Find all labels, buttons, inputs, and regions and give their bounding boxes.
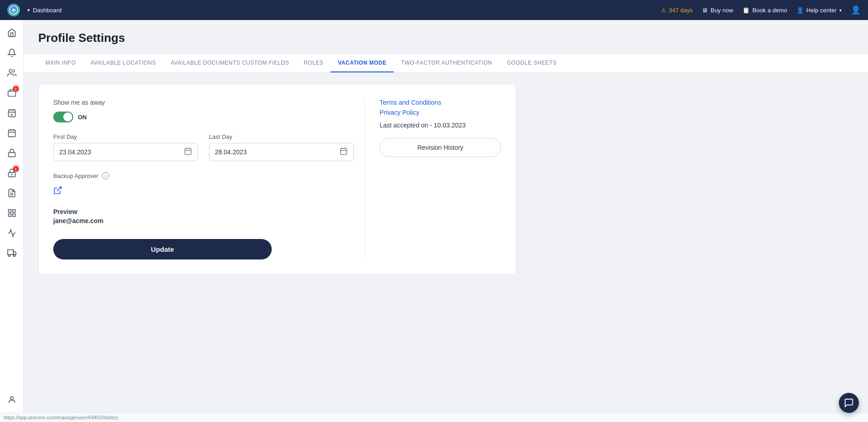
backup-approver-edit-icon[interactable] — [53, 186, 62, 197]
svg-rect-7 — [8, 130, 15, 137]
chat-bubble-button[interactable] — [839, 393, 859, 413]
buy-now-button[interactable]: 🖥 Buy now — [702, 7, 733, 14]
revision-history-button[interactable]: Revision History — [380, 138, 501, 157]
svg-point-13 — [11, 174, 12, 175]
tabs-bar: MAIN INFO AVAILABLE LOCATIONS AVAILABLE … — [24, 54, 868, 73]
sidebar-item-lock[interactable] — [3, 144, 21, 162]
first-day-calendar-icon[interactable] — [184, 147, 192, 157]
last-day-field: Last Day 28.04.2023 — [209, 133, 354, 161]
main-column: Show me as away ON First Day 23.04.2023 — [53, 99, 354, 259]
sidebar-item-lock2[interactable]: 1 — [3, 164, 21, 182]
tab-two-factor[interactable]: TWO-FACTOR AUTHENTICATION — [394, 54, 499, 72]
dashboard-nav-item[interactable]: ▾ Dashboard — [27, 7, 62, 14]
backup-approver-label: Backup Approver — [53, 173, 98, 179]
sidebar-item-chart[interactable] — [3, 224, 21, 242]
chevron-down-icon: ▾ — [27, 7, 30, 13]
first-day-label: First Day — [53, 133, 198, 140]
tab-main-info[interactable]: MAIN INFO — [38, 54, 83, 72]
svg-rect-18 — [8, 214, 11, 217]
sidebar-item-truck[interactable] — [3, 244, 21, 262]
svg-rect-3 — [8, 110, 15, 117]
first-day-input-wrap[interactable]: 23.04.2023 — [53, 143, 198, 161]
sidebar-item-alerts[interactable]: 1 — [3, 84, 21, 102]
app-logo[interactable] — [7, 4, 20, 16]
tab-available-documents[interactable]: AVAILABLE DOCUMENTS CUSTOM FIELDS — [163, 54, 297, 72]
last-day-value: 28.04.2023 — [215, 148, 340, 156]
sidebar-item-notifications[interactable] — [3, 44, 21, 62]
lock2-badge: 1 — [13, 166, 19, 172]
vacation-mode-card: Show me as away ON First Day 23.04.2023 — [38, 84, 516, 275]
first-day-value: 23.04.2023 — [59, 148, 184, 156]
content-area: Profile Settings MAIN INFO AVAILABLE LOC… — [24, 20, 868, 412]
book-demo-button[interactable]: 📋 Book a demo — [742, 7, 787, 14]
svg-point-1 — [9, 70, 12, 73]
svg-rect-2 — [8, 91, 15, 97]
svg-rect-29 — [340, 148, 347, 155]
svg-rect-19 — [12, 214, 15, 217]
tab-google-sheets[interactable]: GOOGLE SHEETS — [499, 54, 564, 72]
svg-line-33 — [57, 187, 61, 191]
page-title: Profile Settings — [38, 31, 853, 45]
sidebar-item-user-bottom[interactable] — [3, 391, 21, 409]
svg-marker-21 — [13, 252, 16, 255]
terms-conditions-link[interactable]: Terms and Conditions — [380, 99, 501, 106]
user-icon: 👤 — [851, 5, 861, 15]
last-accepted-text: Last accepted on - 10.03.2023 — [380, 122, 501, 129]
tab-available-locations[interactable]: AVAILABLE LOCATIONS — [83, 54, 163, 72]
sidebar-item-grid[interactable] — [3, 204, 21, 222]
dashboard-label: Dashboard — [33, 7, 62, 14]
svg-rect-17 — [12, 210, 15, 213]
status-bar: https://app.precoro.com/manage/user/6440… — [0, 412, 868, 422]
trial-days: 347 days — [669, 7, 693, 14]
alerts-badge: 1 — [13, 86, 19, 92]
privacy-policy-link[interactable]: Privacy Policy — [380, 109, 501, 116]
sidebar-item-home[interactable] — [3, 24, 21, 42]
last-day-label: Last Day — [209, 133, 354, 140]
preview-section: Preview jane@acme.com — [53, 208, 354, 224]
book-demo-label: Book a demo — [752, 7, 787, 14]
help-icon: 👤 — [797, 7, 804, 14]
preview-label: Preview — [53, 208, 354, 215]
last-day-input-wrap[interactable]: 28.04.2023 — [209, 143, 354, 161]
tab-vacation-mode[interactable]: VACATION MODE — [330, 54, 394, 72]
vacation-mode-toggle[interactable] — [53, 112, 73, 122]
svg-rect-25 — [185, 148, 191, 155]
sidebar-item-calendar[interactable] — [3, 124, 21, 142]
svg-point-24 — [10, 397, 13, 400]
user-profile-button[interactable]: 👤 — [851, 5, 861, 15]
help-center-button[interactable]: 👤 Help center ▾ — [797, 7, 842, 14]
sidebar-item-report[interactable] — [3, 184, 21, 202]
last-day-calendar-icon[interactable] — [340, 147, 348, 157]
trial-warning: ⚠ 347 days — [661, 7, 693, 14]
update-button[interactable]: Update — [53, 239, 272, 259]
svg-rect-11 — [8, 153, 15, 157]
svg-point-23 — [13, 254, 15, 256]
toggle-knob — [63, 112, 72, 122]
svg-rect-16 — [8, 210, 11, 213]
buy-now-label: Buy now — [711, 7, 733, 14]
preview-email: jane@acme.com — [53, 217, 354, 224]
backup-approver-row: Backup Approver i — [53, 172, 354, 179]
first-day-field: First Day 23.04.2023 — [53, 133, 198, 161]
top-navigation: ▾ Dashboard ⚠ 347 days 🖥 Buy now 📋 Book … — [0, 0, 868, 20]
buy-icon: 🖥 — [702, 7, 708, 14]
date-row: First Day 23.04.2023 — [53, 133, 354, 161]
tab-roles[interactable]: ROLES — [296, 54, 330, 72]
toggle-state-label: ON — [78, 114, 87, 121]
sidebar-item-contacts[interactable] — [3, 64, 21, 82]
sidebar-item-calendar-check[interactable] — [3, 104, 21, 122]
svg-point-22 — [8, 254, 10, 256]
help-chevron-icon: ▾ — [839, 8, 842, 13]
help-center-label: Help center — [807, 7, 837, 14]
status-url: https://app.precoro.com/manage/user/6440… — [4, 415, 118, 420]
demo-icon: 📋 — [742, 7, 750, 14]
side-column: Terms and Conditions Privacy Policy Last… — [365, 99, 501, 259]
toggle-row: ON — [53, 112, 354, 122]
svg-rect-20 — [7, 250, 13, 255]
warning-icon: ⚠ — [661, 7, 666, 14]
backup-approver-info-icon[interactable]: i — [102, 172, 109, 179]
sidebar: 1 — [0, 20, 24, 412]
show-away-label: Show me as away — [53, 99, 354, 106]
